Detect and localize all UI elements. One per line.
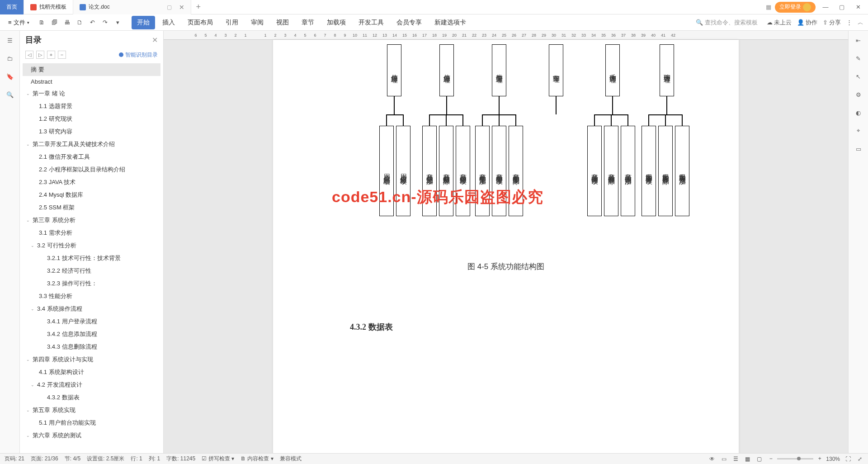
fullscreen-icon[interactable]: ⤢ [856, 455, 863, 463]
toc-item[interactable]: 3.2.1 技术可行性：技术背景 [23, 252, 160, 265]
shape-icon[interactable]: ◐ [854, 108, 863, 118]
toc-item[interactable]: ⌄第二章开发工具及关键技术介绍 [23, 138, 160, 151]
expand-icon[interactable]: + [47, 51, 55, 59]
toc-item[interactable]: ⌄第六章 系统的测试 [23, 429, 160, 442]
toc-item[interactable]: 2.5 SSM 框架 [23, 201, 160, 214]
toc-item[interactable]: ⌄第一章 绪 论 [23, 87, 160, 100]
toc-item[interactable]: 2.1 微信开发者工具 [23, 151, 160, 163]
apps-grid-icon[interactable]: ▦ [766, 4, 771, 10]
collapse-icon[interactable]: − [58, 51, 66, 59]
tab-dev[interactable]: 开发工具 [353, 16, 389, 29]
tab-window-icon[interactable]: ▢ [167, 4, 172, 10]
zoom-in-button[interactable]: + [816, 455, 823, 463]
status-pages[interactable]: 页面: 21/36 [31, 455, 58, 463]
view-read-icon[interactable]: ▢ [755, 455, 763, 463]
toc-item[interactable]: Abstract [23, 76, 160, 87]
smart-toc-button[interactable]: 智能识别目录 [119, 51, 158, 59]
tab-chapter[interactable]: 章节 [296, 16, 320, 29]
toc-item[interactable]: 2.3 JAVA 技术 [23, 176, 160, 189]
undo-icon[interactable]: ↶ [88, 18, 97, 27]
redo-icon[interactable]: ↷ [101, 18, 110, 27]
toc-item[interactable]: 3.2.2 经济可行性 [23, 265, 160, 277]
more-icon[interactable]: ▾ [113, 18, 123, 27]
new-tab-button[interactable]: + [191, 2, 206, 12]
tab-vip[interactable]: 会员专享 [391, 16, 427, 29]
tab-start[interactable]: 开始 [132, 16, 155, 29]
saveas-icon[interactable]: 🗐 [50, 18, 59, 27]
toc-item-label: 第四章 系统设计与实现 [33, 355, 93, 364]
toc-item[interactable]: 2.2 小程序框架以及目录结构介绍 [23, 163, 160, 176]
chevron-up-icon[interactable]: ︿ [858, 19, 863, 27]
toc-item[interactable]: 1.1 选题背景 [23, 100, 160, 113]
toc-item[interactable]: 2.4 Mysql 数据库 [23, 189, 160, 201]
toc-item[interactable]: ⌄4.2 开发流程设计 [23, 379, 160, 391]
folder-icon[interactable]: 🗀 [5, 53, 15, 63]
expand-pane-icon[interactable]: ⇤ [854, 35, 863, 45]
promote-icon[interactable]: ◁ [25, 51, 33, 59]
print-icon[interactable]: 🖶 [63, 18, 72, 27]
tab-insert[interactable]: 插入 [157, 16, 180, 29]
share-button[interactable]: ⇧ 分享 [823, 19, 841, 27]
view-outline-icon[interactable]: ☰ [732, 455, 739, 463]
tab-review[interactable]: 审阅 [245, 16, 269, 29]
close-window-button[interactable]: ✕ [852, 3, 864, 12]
cursor-icon[interactable]: ↖ [854, 71, 863, 81]
status-page[interactable]: 页码: 21 [5, 455, 24, 463]
read-icon[interactable]: ▭ [854, 144, 863, 154]
toc-item[interactable]: ⌄3.4 系统操作流程 [23, 303, 160, 315]
toc-item[interactable]: 3.4.2 信息添加流程 [23, 328, 160, 341]
status-spell[interactable]: ☑ 拼写检查 ▾ [202, 455, 234, 463]
more-vert-icon[interactable]: ⋮ [846, 19, 852, 26]
toc-item[interactable]: ⌄第四章 系统设计与实现 [23, 353, 160, 366]
search-box[interactable]: 🔍 查找命令、搜索模板 [696, 19, 758, 27]
status-content[interactable]: 🗎 内容检查 ▾ [241, 455, 274, 463]
toc-item[interactable]: 3.4.3 信息删除流程 [23, 341, 160, 353]
tab-home[interactable]: 首页 [0, 0, 24, 14]
location-icon[interactable]: ⌖ [854, 126, 863, 136]
tab-document[interactable]: 论文.doc ▢ ✕ [73, 0, 191, 14]
zoom-slider[interactable] [777, 458, 813, 459]
view-page-icon[interactable]: ▭ [720, 455, 727, 463]
close-icon[interactable]: ✕ [179, 4, 184, 11]
toc-item[interactable]: 1.3 研究内容 [23, 125, 160, 138]
toc-item[interactable]: 1.2 研究现状 [23, 113, 160, 125]
search-side-icon[interactable]: 🔍 [5, 90, 15, 99]
toc-item[interactable]: 4.3.2 数据表 [23, 391, 160, 404]
demote-icon[interactable]: ▷ [36, 51, 44, 59]
tab-load[interactable]: 加载项 [321, 16, 351, 29]
toc-item[interactable]: 3.4.1 用户登录流程 [23, 315, 160, 328]
toc-item[interactable]: 4.1 系统架构设计 [23, 366, 160, 379]
toc-item[interactable]: 摘 要 [23, 63, 160, 76]
zoom-out-button[interactable]: − [767, 455, 774, 463]
outline-icon[interactable]: ☰ [5, 35, 15, 45]
toc-item[interactable]: ⌄3.2 可行性分析 [23, 239, 160, 252]
login-button[interactable]: 立即登录 [775, 2, 816, 13]
pen-icon[interactable]: ✎ [854, 53, 863, 63]
eye-icon[interactable]: 👁 [708, 455, 716, 463]
toc-item[interactable]: 3.1 需求分析 [23, 227, 160, 239]
maximize-button[interactable]: ▢ [835, 3, 848, 12]
toc-item[interactable]: 5.1 用户前台功能实现 [23, 417, 160, 429]
save-icon[interactable]: 🗎 [38, 18, 47, 27]
status-words[interactable]: 字数: 11245 [166, 455, 195, 463]
tab-newtab[interactable]: 新建选项卡 [429, 16, 472, 29]
cloud-status[interactable]: ☁ 未上云 [767, 19, 792, 27]
tab-layout[interactable]: 页面布局 [182, 16, 218, 29]
toc-item[interactable]: 3.3 性能分析 [23, 290, 160, 303]
fit-icon[interactable]: ⛶ [844, 455, 852, 463]
tab-template[interactable]: 找稻壳模板 [24, 0, 73, 14]
bookmark-icon[interactable]: 🔖 [5, 71, 15, 81]
tab-view[interactable]: 视图 [271, 16, 294, 29]
toc-item[interactable]: ⌄第五章 系统实现 [23, 404, 160, 417]
print-preview-icon[interactable]: 🗋 [75, 18, 85, 27]
toc-item[interactable]: ⌄第三章 系统分析 [23, 214, 160, 227]
collab-button[interactable]: 👤 协作 [797, 19, 817, 27]
close-outline-icon[interactable]: ✕ [152, 36, 158, 44]
tab-ref[interactable]: 引用 [220, 16, 244, 29]
view-web-icon[interactable]: ▦ [744, 455, 751, 463]
file-menu[interactable]: ≡ 文件 ▾ [5, 19, 33, 27]
zoom-value[interactable]: 130% [826, 456, 840, 462]
minimize-button[interactable]: — [819, 3, 832, 12]
toc-item[interactable]: 3.2.3 操作可行性： [23, 277, 160, 290]
settings-icon[interactable]: ⚙ [854, 90, 863, 99]
